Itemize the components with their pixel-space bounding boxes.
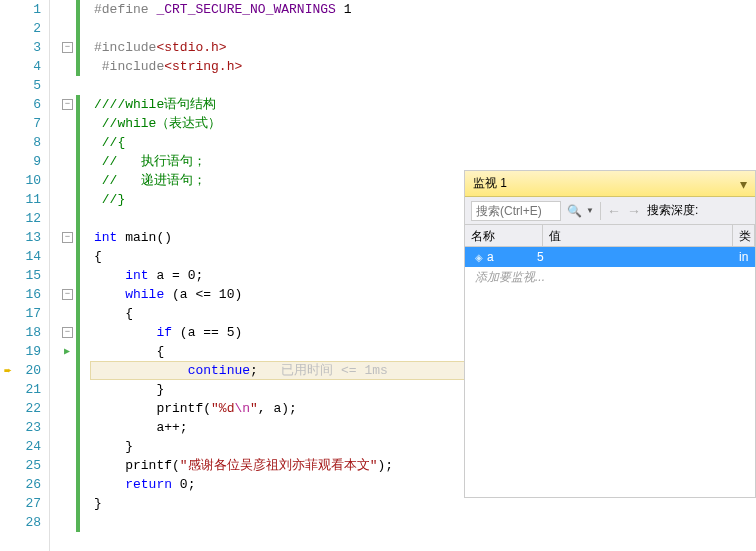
line-number: 13 <box>0 228 41 247</box>
line-number: 23 <box>0 418 41 437</box>
current-statement-arrow: ➨ <box>4 363 12 379</box>
code-token: (a <= 10) <box>164 287 242 302</box>
line-number: 17 <box>0 304 41 323</box>
fold-toggle[interactable]: − <box>62 232 73 243</box>
code-token: "感谢各位吴彦祖刘亦菲观看本文" <box>180 458 378 473</box>
search-dropdown-icon[interactable]: ▼ <box>586 206 594 215</box>
code-token: a++; <box>94 420 188 435</box>
toolbar-separator <box>600 202 601 220</box>
code-token: ; <box>250 363 281 378</box>
line-number: 15 <box>0 266 41 285</box>
fold-toggle[interactable]: − <box>62 327 73 338</box>
code-token: printf( <box>94 401 211 416</box>
line-number: 12 <box>0 209 41 228</box>
line-number: 7 <box>0 114 41 133</box>
code-token <box>94 268 125 283</box>
line-number: 6 <box>0 95 41 114</box>
code-line[interactable]: #include<string.h> <box>90 57 756 76</box>
code-token: main() <box>117 230 172 245</box>
line-number: 5 <box>0 76 41 95</box>
line-number: 25 <box>0 456 41 475</box>
code-token: while <box>125 287 164 302</box>
code-token: 已用时间 <= 1ms <box>281 363 388 378</box>
code-line[interactable] <box>90 76 756 95</box>
code-token: (a == 5) <box>172 325 242 340</box>
code-token: //while（表达式） <box>94 116 221 131</box>
code-token: , a); <box>258 401 297 416</box>
code-token: a = 0; <box>149 268 204 283</box>
line-number-gutter: 1234567891011121314151617181920212223242… <box>0 0 50 551</box>
watch-header-row: 名称 值 类 <box>465 225 755 247</box>
code-token: ); <box>377 458 393 473</box>
watch-title-text: 监视 1 <box>473 175 507 192</box>
search-icon[interactable]: 🔍 <box>567 204 582 218</box>
code-token: continue <box>188 363 250 378</box>
watch-var-type: in <box>733 250 755 264</box>
code-token: } <box>94 382 164 397</box>
line-number: 2 <box>0 19 41 38</box>
code-token: #include <box>94 40 156 55</box>
code-token: <stdio.h> <box>156 40 226 55</box>
code-line[interactable] <box>90 19 756 38</box>
pin-icon[interactable]: ▾ <box>740 176 747 192</box>
line-number: 11 <box>0 190 41 209</box>
code-token: <string.h> <box>164 59 242 74</box>
line-number: 22 <box>0 399 41 418</box>
code-line[interactable]: //while（表达式） <box>90 114 756 133</box>
code-token: { <box>94 306 133 321</box>
code-line[interactable] <box>90 513 756 532</box>
code-token <box>94 477 125 492</box>
line-number: 1 <box>0 0 41 19</box>
code-token: int <box>94 230 117 245</box>
code-token: 0; <box>172 477 195 492</box>
line-number: 28 <box>0 513 41 532</box>
line-number: 26 <box>0 475 41 494</box>
line-number: 9 <box>0 152 41 171</box>
watch-header-type[interactable]: 类 <box>733 225 755 246</box>
line-number: 8 <box>0 133 41 152</box>
code-token <box>94 325 156 340</box>
code-token: // 递进语句； <box>94 173 206 188</box>
fold-toggle[interactable]: − <box>62 289 73 300</box>
code-token <box>94 287 125 302</box>
code-token: //{ <box>94 135 125 150</box>
code-line[interactable]: //{ <box>90 133 756 152</box>
watch-body: ◈a5in添加要监视... <box>465 247 755 497</box>
run-to-icon[interactable]: ▶ <box>64 345 70 357</box>
code-line[interactable]: ////while语句结构 <box>90 95 756 114</box>
code-token: printf( <box>94 458 180 473</box>
watch-header-name[interactable]: 名称 <box>465 225 543 246</box>
code-line[interactable]: // 执行语句； <box>90 152 756 171</box>
variable-icon: ◈ <box>465 252 481 263</box>
watch-header-value[interactable]: 值 <box>543 225 733 246</box>
watch-row[interactable]: ◈a5in <box>465 247 755 267</box>
code-token: 1 <box>336 2 352 17</box>
code-token: } <box>94 496 102 511</box>
watch-var-value: 5 <box>531 250 733 264</box>
search-input[interactable] <box>471 201 561 221</box>
code-token: " <box>250 401 258 416</box>
fold-toggle[interactable]: − <box>62 42 73 53</box>
watch-add-item[interactable]: 添加要监视... <box>465 267 755 287</box>
line-number: 21 <box>0 380 41 399</box>
line-number: 16 <box>0 285 41 304</box>
code-token: //} <box>94 192 125 207</box>
line-number: 19 <box>0 342 41 361</box>
line-number: 4 <box>0 57 41 76</box>
watch-titlebar[interactable]: 监视 1 ▾ <box>465 171 755 197</box>
search-depth-label: 搜索深度: <box>647 202 698 219</box>
nav-forward-icon[interactable]: → <box>627 203 641 219</box>
line-number: 24 <box>0 437 41 456</box>
code-token: \n <box>234 401 250 416</box>
code-token: } <box>94 439 133 454</box>
nav-back-icon[interactable]: ← <box>607 203 621 219</box>
code-token <box>94 59 102 74</box>
code-token: { <box>94 249 102 264</box>
code-token: { <box>94 344 164 359</box>
fold-toggle[interactable]: − <box>62 99 73 110</box>
code-token: // 执行语句； <box>94 154 206 169</box>
code-line[interactable]: #define _CRT_SECURE_NO_WARNINGS 1 <box>90 0 756 19</box>
code-token: _CRT_SECURE_NO_WARNINGS <box>156 2 335 17</box>
code-line[interactable]: #include<stdio.h> <box>90 38 756 57</box>
code-token: "%d <box>211 401 234 416</box>
